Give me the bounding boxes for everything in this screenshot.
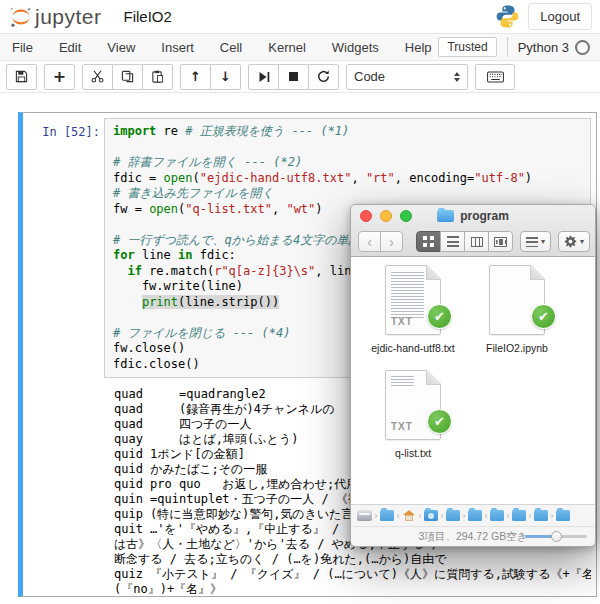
view-columns-button[interactable] [464,231,489,252]
file-item-ipynb[interactable]: ✔ FileIO2.ipynb [465,265,569,354]
cut-cells-button[interactable] [82,64,113,90]
file-name: FileIO2.ipynb [465,342,569,354]
folder-icon[interactable] [380,510,394,521]
home-folder-icon[interactable] [402,510,416,521]
check-badge-icon: ✔ [427,304,452,329]
view-list-button[interactable] [440,231,465,252]
menu-widgets[interactable]: Widgets [332,40,379,55]
input-prompt: In [52]: [28,118,104,378]
menu-kernel[interactable]: Kernel [268,40,306,55]
minimize-window-button[interactable] [380,210,392,222]
cell-type-select[interactable]: Code [346,64,468,90]
slider-thumb[interactable] [551,531,562,542]
folder-icon[interactable] [446,510,460,521]
output-line: quiz 『小テスト』 / 『クイズ』 / (…について)《人》に質問する,試験… [114,567,591,582]
kernel-indicator: Python 3 [507,37,590,57]
scissors-icon [91,70,104,83]
list-view-icon [447,236,459,247]
arrange-dropdown[interactable]: ▾ [520,231,551,252]
code-line: fdic = open("ejdic-hand-utf8.txt", "rt",… [113,171,582,187]
finder-chrome: program ‹ › ▾ [351,205,595,257]
chevron-right-icon: › [389,234,394,250]
stop-icon [289,72,298,81]
plus-icon: + [53,69,66,85]
insert-cell-below-button[interactable]: + [44,64,75,90]
interrupt-kernel-button[interactable] [278,64,309,90]
back-button[interactable]: ‹ [358,231,381,252]
menu-edit[interactable]: Edit [59,40,81,55]
run-icon [258,71,270,83]
icon-size-slider[interactable] [525,535,587,538]
finder-window-title: program [460,209,509,223]
forward-button[interactable]: › [380,231,403,252]
python-logo-icon [495,4,520,29]
special-folder-icon[interactable] [424,510,438,521]
jupyter-logo-icon [10,5,32,29]
action-dropdown[interactable]: ▾ [558,231,590,252]
restart-icon [317,70,330,83]
close-window-button[interactable] [360,210,372,222]
command-palette-button[interactable] [475,64,515,90]
toolbar: + ↑ ↓ [0,61,600,93]
menu-view[interactable]: View [107,40,135,55]
run-cell-button[interactable] [248,64,279,90]
columns-view-icon [471,237,483,247]
header: jupyter FileIO2 Logout [0,0,600,34]
file-item-ejdic[interactable]: TXT ✔ ejdic-hand-utf8.txt [361,265,465,354]
menu-insert[interactable]: Insert [161,40,194,55]
view-icons-button[interactable] [416,231,441,252]
txt-badge: TXT [391,421,413,432]
folder-icon[interactable] [534,510,548,521]
save-button[interactable] [6,64,37,90]
finder-content: TXT ✔ ejdic-hand-utf8.txt ✔ FileIO2.ipyn… [351,257,595,504]
folder-icon[interactable] [468,510,482,521]
finder-path-bar[interactable]: › › › › › › › › › [351,504,595,526]
check-badge-icon: ✔ [531,304,556,329]
logout-button[interactable]: Logout [528,3,592,30]
output-line: 断念する / 去る;立ちのく / (…を)免れた,(…から)自由で [114,552,591,567]
view-coverflow-button[interactable] [488,231,513,252]
output-line: (『no』)+『名』》 [114,582,591,597]
caret-down-icon: ▾ [580,238,584,246]
copy-cells-button[interactable] [112,64,143,90]
paste-cells-button[interactable] [142,64,173,90]
finder-toolbar: ‹ › ▾ ▾ » [351,227,595,256]
zoom-window-button[interactable] [400,210,412,222]
move-cell-down-button[interactable]: ↓ [210,64,241,90]
keyboard-icon [487,71,504,83]
kernel-status-icon [575,40,590,55]
jupyter-logo-text: jupyter [35,5,102,29]
file-name: ejdic-hand-utf8.txt [361,342,465,354]
notebook-title[interactable]: FileIO2 [124,2,172,32]
finder-window[interactable]: program ‹ › ▾ [350,204,596,547]
finder-titlebar[interactable]: program [351,205,595,227]
menu-cell[interactable]: Cell [220,40,242,55]
disk-icon[interactable] [357,510,372,521]
move-cell-up-button[interactable]: ↑ [180,64,211,90]
txt-badge: TXT [391,316,413,327]
status-text: 3項目、294.72 GB空き [419,530,528,542]
arrow-down-icon: ↓ [220,70,231,83]
kernel-name: Python 3 [518,40,569,55]
file-item-qlist[interactable]: TXT ✔ q-list.txt [361,370,465,459]
chevron-left-icon: ‹ [367,234,372,250]
menubar: File Edit View Insert Cell Kernel Widget… [0,34,600,61]
code-line: # 辞書ファイルを開く --- (*2) [113,155,582,171]
folder-icon[interactable] [556,510,570,521]
txt-file-icon: TXT ✔ [385,265,441,335]
menu-file[interactable]: File [12,40,33,55]
code-line [113,140,582,156]
menu-help[interactable]: Help [405,40,432,55]
folder-icon[interactable] [490,510,504,521]
folder-icon[interactable] [512,510,526,521]
gear-icon [564,235,577,248]
code-line: import re # 正規表現を使う --- (*1) [113,124,582,140]
paste-icon [151,70,164,83]
folder-icon [437,210,454,222]
check-badge-icon: ✔ [427,409,452,434]
trusted-badge[interactable]: Trusted [438,37,496,57]
jupyter-logo[interactable]: jupyter [10,5,102,29]
restart-kernel-button[interactable] [308,64,339,90]
document-file-icon: ✔ [489,265,545,335]
coverflow-view-icon [494,237,507,247]
